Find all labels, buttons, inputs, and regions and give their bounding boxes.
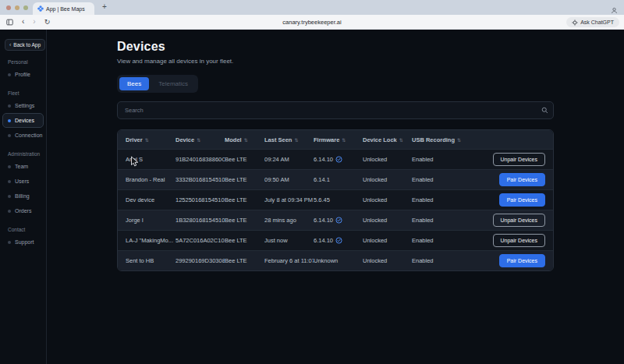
sidebar-item-label: Billing <box>15 193 30 199</box>
tab-title: App | Bee Maps <box>46 6 85 12</box>
last-seen-cell: Just now <box>264 237 314 244</box>
column-header-firmware[interactable]: Firmware⇅ <box>314 136 363 143</box>
pair-devices-button[interactable]: Pair Devices <box>499 254 545 267</box>
sidebar-item-label: Settings <box>15 103 34 108</box>
usb-recording-cell: Enabled <box>412 156 463 163</box>
unpair-devices-button[interactable]: Unpair Devices <box>493 153 545 166</box>
ask-chatgpt-label: Ask ChatGPT <box>580 19 614 25</box>
sort-icon: ⇅ <box>197 137 200 143</box>
table-body: Ariel S91B24016838860C5Bee LTE09:24 AM6.… <box>118 149 553 270</box>
page-subtitle: View and manage all devices in your flee… <box>117 58 554 65</box>
sidebar-item-profile[interactable]: Profile <box>2 67 44 82</box>
last-seen-cell: February 6 at 11:07... <box>264 257 314 264</box>
device-lock-cell: Unlocked <box>363 257 412 264</box>
item-dot-icon <box>8 73 11 76</box>
sidebar-item-devices[interactable]: Devices <box>2 113 44 128</box>
chevron-left-icon: ‹ <box>9 42 11 48</box>
browser-toolbar: ‹ › ↻ canary.trybeekeeper.ai Ask ChatGPT <box>0 15 624 30</box>
page-title: Devices <box>117 40 554 54</box>
unpair-devices-button[interactable]: Unpair Devices <box>493 214 545 227</box>
sort-icon: ⇅ <box>294 137 298 143</box>
driver-cell: Jorge I <box>126 217 176 224</box>
unpair-devices-button[interactable]: Unpair Devices <box>493 234 545 247</box>
tab-strip: App | Bee Maps + <box>0 0 624 15</box>
table-row: Brandon - Real3332B01681545109Bee LTE09:… <box>118 169 553 189</box>
item-dot-icon <box>8 195 11 198</box>
back-to-app-button[interactable]: ‹ Back to App <box>5 39 45 51</box>
address-bar[interactable]: canary.trybeekeeper.ai <box>0 19 624 26</box>
table-row: Ariel S91B24016838860C5Bee LTE09:24 AM6.… <box>118 149 553 169</box>
reload-icon[interactable]: ↻ <box>44 18 51 26</box>
new-tab-button[interactable]: + <box>102 2 107 12</box>
driver-cell: Dev device <box>126 196 176 203</box>
action-cell: Pair Devices <box>463 173 545 186</box>
device-lock-cell: Unlocked <box>363 156 412 163</box>
column-header-driver[interactable]: Driver⇅ <box>126 136 176 143</box>
sidebar-item-support[interactable]: Support <box>2 235 44 249</box>
firmware-cell: 6.14.10 <box>314 156 363 163</box>
column-header-last-seen[interactable]: Last Seen⇅ <box>264 136 314 143</box>
search-icon <box>541 107 548 114</box>
sidebar-section-label: Administration <box>8 151 46 157</box>
device-id-cell: 299290169D303082 <box>176 257 225 264</box>
driver-cell: Brandon - Real <box>126 176 176 183</box>
back-icon[interactable]: ‹ <box>22 18 24 26</box>
sidebar-section-label: Contact <box>8 227 46 232</box>
usb-recording-cell: Enabled <box>412 257 463 264</box>
verified-check-icon <box>335 237 342 244</box>
verified-check-icon <box>335 156 342 163</box>
sidebar-sections: PersonalProfileFleetSettingsDevicesConne… <box>0 59 46 249</box>
sidebar-toggle-icon[interactable] <box>6 19 13 26</box>
zoom-window-button[interactable] <box>23 5 28 10</box>
search-input[interactable] <box>117 101 554 119</box>
column-header-device-lock[interactable]: Device Lock⇅ <box>363 136 412 143</box>
action-cell: Pair Devices <box>463 254 545 267</box>
item-dot-icon <box>8 210 11 213</box>
last-seen-cell: 28 mins ago <box>264 217 314 224</box>
last-seen-cell: 09:24 AM <box>264 156 314 163</box>
sidebar-item-settings[interactable]: Settings <box>2 98 44 113</box>
model-cell: Bee LTE <box>225 237 264 244</box>
device-lock-cell: Unlocked <box>363 217 412 224</box>
firmware-cell: Unknown <box>314 257 363 264</box>
sidebar-item-orders[interactable]: Orders <box>2 203 44 218</box>
tab-telematics[interactable]: Telematics <box>151 77 196 90</box>
sidebar-item-connection[interactable]: Connection <box>2 128 44 143</box>
usb-recording-cell: Enabled <box>412 196 463 203</box>
item-dot-icon <box>8 165 11 168</box>
column-header-model[interactable]: Model⇅ <box>225 136 264 143</box>
firmware-cell: 6.14.10 <box>314 237 363 244</box>
pair-devices-button[interactable]: Pair Devices <box>499 193 545 207</box>
usb-recording-cell: Enabled <box>412 176 463 183</box>
column-header-usb-recording[interactable]: USB Recording⇅ <box>412 136 463 143</box>
table-row: Dev device1252501681545109Bee LTEJuly 8 … <box>118 189 553 210</box>
window-controls <box>6 5 28 10</box>
minimize-window-button[interactable] <box>15 5 20 10</box>
sidebar: ‹ Back to App PersonalProfileFleetSettin… <box>0 30 47 364</box>
sidebar-section-label: Personal <box>8 59 46 65</box>
last-seen-cell: 09:50 AM <box>264 176 314 183</box>
table-header: Driver⇅Device⇅Model⇅Last Seen⇅Firmware⇅D… <box>118 130 553 149</box>
sort-icon: ⇅ <box>457 137 461 143</box>
firmware-cell: 5.6.45 <box>314 196 363 203</box>
sidebar-item-label: Users <box>15 178 29 184</box>
main-area: Devices View and manage all devices in y… <box>47 30 624 364</box>
verified-check-icon <box>335 217 342 224</box>
close-window-button[interactable] <box>6 5 11 10</box>
firmware-cell: 6.14.10 <box>314 217 363 224</box>
model-cell: Bee LTE <box>225 176 264 183</box>
sidebar-item-users[interactable]: Users <box>2 174 44 189</box>
column-header-device[interactable]: Device⇅ <box>176 136 225 143</box>
device-lock-cell: Unlocked <box>363 176 412 183</box>
sidebar-item-billing[interactable]: Billing <box>2 189 44 203</box>
forward-icon[interactable]: › <box>33 18 35 26</box>
browser-tab[interactable]: App | Bee Maps <box>33 2 94 15</box>
pair-devices-button[interactable]: Pair Devices <box>499 173 545 186</box>
sidebar-item-team[interactable]: Team <box>2 159 44 174</box>
sort-icon: ⇅ <box>244 137 248 143</box>
sort-icon: ⇅ <box>342 137 346 143</box>
sidebar-item-label: Profile <box>15 72 30 77</box>
last-seen-cell: July 8 at 09:34 PM <box>264 196 314 203</box>
ask-chatgpt-button[interactable]: Ask ChatGPT <box>566 17 619 27</box>
tab-bees[interactable]: Bees <box>119 77 149 90</box>
